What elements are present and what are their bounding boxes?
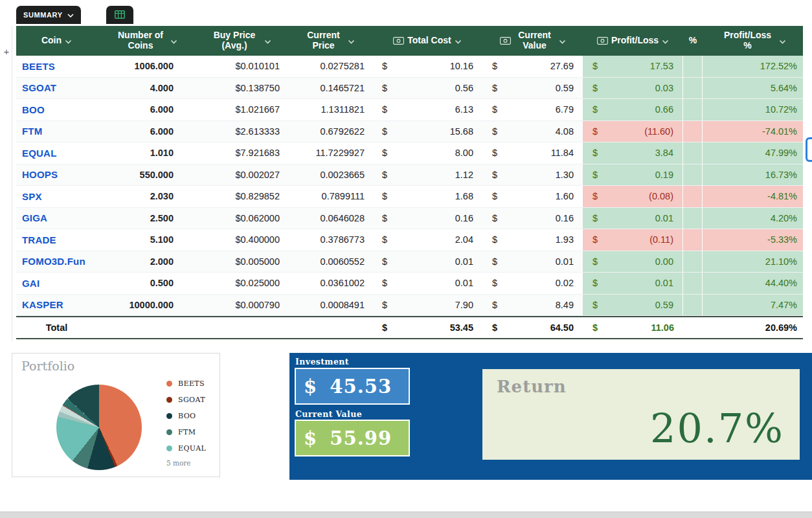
current-price-cell[interactable]: 0.7899111 [285, 186, 372, 207]
chevron-down-icon[interactable] [67, 14, 74, 17]
column-header-buy-price-avg[interactable]: Buy Price (Avg.) [194, 26, 285, 56]
current-value-cell[interactable]: $0.02 [482, 273, 583, 294]
percent-spacer-cell[interactable] [683, 229, 703, 251]
column-header-pct[interactable]: % [683, 26, 703, 56]
coin-cell[interactable]: SPX [16, 186, 97, 207]
column-header-profit-loss-pct[interactable]: Profit/Loss % [703, 26, 803, 56]
profit-loss-pct-cell[interactable]: 172.52% [703, 56, 803, 77]
current-value-cell[interactable]: $1.60 [482, 186, 583, 207]
profit-loss-cell[interactable]: $0.59 [583, 295, 683, 316]
total-label-cell[interactable]: Total [16, 317, 97, 338]
coin-cell[interactable]: FTM [16, 121, 97, 142]
buy-price-cell[interactable]: $0.829852 [194, 186, 285, 207]
coin-cell[interactable]: KASPER [16, 295, 97, 316]
current-value-cell[interactable]: $0.59 [482, 78, 583, 99]
total-cost-cell[interactable]: $ 53.45 [372, 317, 482, 338]
current-value-cell[interactable]: $0.16 [482, 208, 583, 229]
chevron-down-icon[interactable] [348, 39, 355, 44]
coin-cell[interactable]: GIGA [16, 208, 97, 229]
current-value-cell[interactable]: $8.49 [482, 295, 583, 316]
current-value-cell[interactable]: $1.30 [482, 164, 583, 186]
total-cost-cell[interactable]: $8.00 [372, 142, 482, 164]
profit-loss-cell[interactable]: $3.84 [583, 142, 683, 164]
column-header-profit-loss[interactable]: Profit/Loss [583, 26, 683, 56]
buy-price-cell[interactable]: $2.613333 [194, 121, 285, 142]
buy-price-cell[interactable]: $0.010101 [194, 56, 285, 77]
chevron-down-icon[interactable] [170, 39, 177, 44]
percent-spacer-cell[interactable] [683, 295, 703, 316]
total-profit-loss-pct-cell[interactable]: 20.69% [703, 317, 803, 338]
chevron-down-icon[interactable] [455, 39, 462, 44]
profit-loss-pct-cell[interactable]: -4.81% [703, 186, 803, 207]
profit-loss-cell[interactable]: $0.01 [583, 208, 683, 229]
profit-loss-cell[interactable]: $(0.08) [583, 186, 683, 207]
total-cost-cell[interactable]: $10.16 [372, 56, 482, 77]
profit-loss-pct-cell[interactable]: 44.40% [703, 273, 803, 294]
current-price-cell[interactable]: 0.0275281 [285, 56, 372, 77]
profit-loss-pct-cell[interactable]: 5.64% [703, 78, 803, 99]
empty-cell[interactable] [683, 317, 703, 338]
chevron-down-icon[interactable] [559, 39, 566, 44]
profit-loss-cell[interactable]: $(0.11) [583, 229, 683, 251]
current-value-cell[interactable]: $1.93 [482, 229, 583, 251]
number-of-coins-cell[interactable]: 2.000 [97, 251, 194, 273]
coin-cell[interactable]: HOOPS [16, 164, 97, 186]
profit-loss-pct-cell[interactable]: 7.47% [703, 295, 803, 316]
current-price-cell[interactable]: 0.0008491 [285, 295, 372, 316]
total-cost-cell[interactable]: $0.01 [372, 251, 482, 273]
legend-more-label[interactable]: 5 more [166, 459, 206, 467]
column-header-current-price[interactable]: Current Price [285, 26, 372, 56]
percent-spacer-cell[interactable] [683, 142, 703, 164]
profit-loss-pct-cell[interactable]: 21.10% [703, 251, 803, 273]
column-header-current-value[interactable]: Current Value [482, 26, 583, 56]
column-header-number-of-coins[interactable]: Number of Coins [97, 26, 194, 56]
total-cost-cell[interactable]: $1.12 [372, 164, 482, 186]
percent-spacer-cell[interactable] [683, 56, 703, 77]
percent-spacer-cell[interactable] [683, 251, 703, 273]
percent-spacer-cell[interactable] [683, 99, 703, 120]
percent-spacer-cell[interactable] [683, 78, 703, 99]
buy-price-cell[interactable]: $0.138750 [194, 78, 285, 99]
number-of-coins-cell[interactable]: 5.100 [97, 229, 194, 251]
current-price-cell[interactable]: 0.0023665 [285, 164, 372, 186]
profit-loss-pct-cell[interactable]: 4.20% [703, 208, 803, 229]
total-profit-loss-cell[interactable]: $ 11.06 [583, 317, 683, 338]
total-cost-cell[interactable]: $2.04 [372, 229, 482, 251]
number-of-coins-cell[interactable]: 10000.000 [97, 295, 194, 316]
profit-loss-cell[interactable]: $0.19 [583, 164, 683, 186]
coin-cell[interactable]: SGOAT [16, 78, 97, 99]
current-price-cell[interactable]: 1.1311821 [285, 99, 372, 120]
total-cost-cell[interactable]: $0.56 [372, 78, 482, 99]
percent-spacer-cell[interactable] [683, 273, 703, 294]
current-price-cell[interactable]: 0.0361002 [285, 273, 372, 294]
coin-cell[interactable]: GAI [16, 273, 97, 294]
number-of-coins-cell[interactable]: 4.000 [97, 78, 194, 99]
number-of-coins-cell[interactable]: 2.030 [97, 186, 194, 207]
chevron-down-icon[interactable] [264, 39, 271, 44]
profit-loss-cell[interactable]: $0.03 [583, 78, 683, 99]
current-value-cell[interactable]: $6.79 [482, 99, 583, 120]
number-of-coins-cell[interactable]: 6.000 [97, 99, 194, 120]
profit-loss-cell[interactable]: $0.01 [583, 273, 683, 294]
buy-price-cell[interactable]: $0.005000 [194, 251, 285, 273]
current-value-cell[interactable]: $4.08 [482, 121, 583, 142]
current-price-cell[interactable]: 0.3786773 [285, 229, 372, 251]
number-of-coins-cell[interactable]: 2.500 [97, 208, 194, 229]
current-price-cell[interactable]: 0.0060552 [285, 251, 372, 273]
profit-loss-cell[interactable]: $0.66 [583, 99, 683, 120]
current-value-cell[interactable]: $0.01 [482, 251, 583, 273]
coin-cell[interactable]: FOMO3D.Fun [16, 251, 97, 273]
percent-spacer-cell[interactable] [683, 186, 703, 207]
chevron-down-icon[interactable] [779, 39, 786, 44]
tab-summary[interactable]: SUMMARY [16, 6, 81, 24]
profit-loss-cell[interactable]: $0.00 [583, 251, 683, 273]
pie-chart[interactable] [56, 385, 142, 470]
empty-cell[interactable] [285, 317, 372, 338]
profit-loss-pct-cell[interactable]: 10.72% [703, 99, 803, 120]
current-price-cell[interactable]: 0.6792622 [285, 121, 372, 142]
profit-loss-pct-cell[interactable]: -74.01% [703, 121, 803, 142]
buy-price-cell[interactable]: $0.000790 [194, 295, 285, 316]
profit-loss-cell[interactable]: $17.53 [583, 56, 683, 77]
total-cost-cell[interactable]: $0.01 [372, 273, 482, 294]
chevron-down-icon[interactable] [662, 39, 669, 44]
